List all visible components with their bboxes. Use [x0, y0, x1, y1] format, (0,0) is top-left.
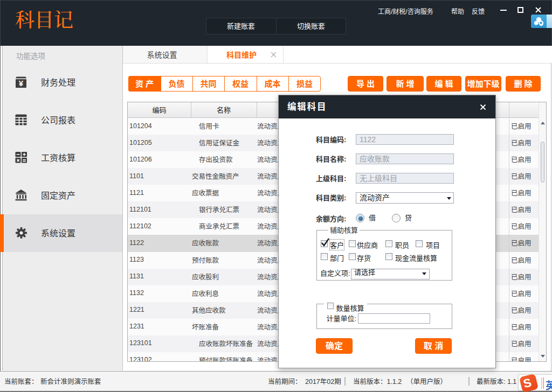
svg-text:¥: ¥ [19, 79, 24, 88]
